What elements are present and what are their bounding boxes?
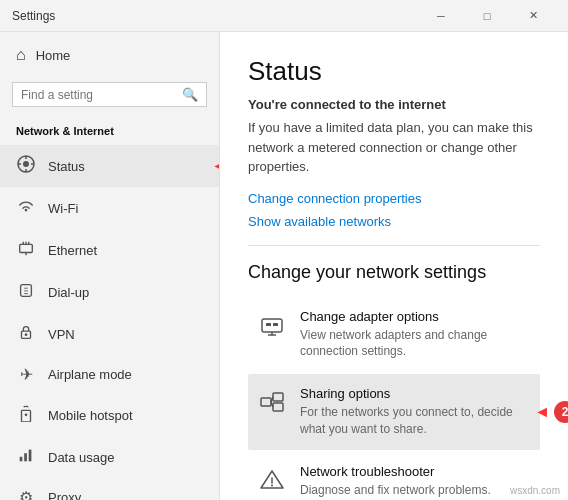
sidebar-item-ethernet[interactable]: Ethernet <box>0 229 219 271</box>
vpn-icon <box>16 323 36 345</box>
troubleshooter-title: Network troubleshooter <box>300 464 491 479</box>
sharing-option[interactable]: Sharing options For the networks you con… <box>248 374 540 450</box>
arrow-annotation-1: ◄ <box>211 157 220 175</box>
adapter-option[interactable]: Change adapter options View network adap… <box>248 297 540 373</box>
proxy-icon: ⚙ <box>16 488 36 500</box>
search-box[interactable]: 🔍 <box>12 82 207 107</box>
sidebar-item-label-airplane: Airplane mode <box>48 367 132 382</box>
sidebar-item-hotspot[interactable]: Mobile hotspot <box>0 394 219 436</box>
svg-rect-20 <box>24 453 27 461</box>
sidebar-item-label-proxy: Proxy <box>48 490 81 500</box>
section-title: Network & Internet <box>0 119 219 145</box>
app-title: Settings <box>12 9 55 23</box>
change-network-title: Change your network settings <box>248 262 540 283</box>
home-label: Home <box>36 48 71 63</box>
sidebar-item-label-dialup: Dial-up <box>48 285 89 300</box>
home-button[interactable]: ⌂ Home <box>0 32 219 78</box>
maximize-button[interactable]: □ <box>464 0 510 32</box>
sidebar-item-status[interactable]: Status ◄ 1 <box>0 145 219 187</box>
svg-rect-19 <box>20 457 23 462</box>
annotation-badge-2: 2 <box>554 401 568 423</box>
sharing-icon <box>258 388 286 438</box>
sidebar-item-label-wifi: Wi-Fi <box>48 201 78 216</box>
svg-point-33 <box>271 484 273 486</box>
show-networks-link[interactable]: Show available networks <box>248 214 540 229</box>
svg-rect-29 <box>273 403 283 411</box>
sidebar-item-label-status: Status <box>48 159 85 174</box>
sidebar-item-wifi[interactable]: Wi-Fi <box>0 187 219 229</box>
adapter-desc: View network adapters and change connect… <box>300 327 530 361</box>
status-icon <box>16 155 36 177</box>
svg-rect-28 <box>273 393 283 401</box>
svg-rect-23 <box>266 323 271 326</box>
watermark: wsxdn.com <box>510 485 560 496</box>
svg-rect-24 <box>273 323 278 326</box>
troubleshooter-option[interactable]: Network troubleshooter Diagnose and fix … <box>248 452 540 500</box>
sidebar-item-label-data: Data usage <box>48 450 115 465</box>
home-icon: ⌂ <box>16 46 26 64</box>
sharing-content: Sharing options For the networks you con… <box>300 386 530 438</box>
adapter-icon <box>258 311 286 361</box>
sidebar-item-label-hotspot: Mobile hotspot <box>48 408 133 423</box>
dialup-icon <box>16 281 36 303</box>
adapter-content: Change adapter options View network adap… <box>300 309 530 361</box>
section-divider <box>248 245 540 246</box>
minimize-button[interactable]: ─ <box>418 0 464 32</box>
troubleshooter-icon <box>258 466 286 500</box>
svg-point-18 <box>25 413 28 416</box>
svg-rect-6 <box>20 244 33 252</box>
adapter-title: Change adapter options <box>300 309 530 324</box>
sidebar-item-proxy[interactable]: ⚙ Proxy <box>0 478 219 500</box>
sidebar-item-vpn[interactable]: VPN <box>0 313 219 355</box>
hotspot-icon <box>16 404 36 426</box>
troubleshooter-content: Network troubleshooter Diagnose and fix … <box>300 464 491 500</box>
main-content: Status You're connected to the internet … <box>220 32 568 500</box>
sidebar: ⌂ Home 🔍 Network & Internet Status <box>0 32 220 500</box>
svg-point-16 <box>25 333 28 336</box>
change-connection-link[interactable]: Change connection properties <box>248 191 540 206</box>
sidebar-item-airplane[interactable]: ✈ Airplane mode <box>0 355 219 394</box>
troubleshooter-desc: Diagnose and fix network problems. <box>300 482 491 499</box>
arrow-annotation-2: ◄ <box>534 403 550 421</box>
page-title: Status <box>248 56 540 87</box>
ethernet-icon <box>16 239 36 261</box>
search-icon: 🔍 <box>182 87 198 102</box>
sharing-desc: For the networks you connect to, decide … <box>300 404 530 438</box>
wifi-icon <box>16 197 36 219</box>
airplane-icon: ✈ <box>16 365 36 384</box>
sidebar-item-label-ethernet: Ethernet <box>48 243 97 258</box>
search-input[interactable] <box>21 88 176 102</box>
sidebar-item-dialup[interactable]: Dial-up <box>0 271 219 313</box>
window-controls: ─ □ ✕ <box>418 0 556 32</box>
svg-rect-22 <box>262 319 282 332</box>
svg-point-1 <box>23 161 29 167</box>
data-icon <box>16 446 36 468</box>
sidebar-item-data[interactable]: Data usage <box>0 436 219 478</box>
info-text: If you have a limited data plan, you can… <box>248 118 540 177</box>
app-body: ⌂ Home 🔍 Network & Internet Status <box>0 32 568 500</box>
sidebar-item-label-vpn: VPN <box>48 327 75 342</box>
titlebar: Settings ─ □ ✕ <box>0 0 568 32</box>
sharing-title: Sharing options <box>300 386 530 401</box>
close-button[interactable]: ✕ <box>510 0 556 32</box>
svg-rect-27 <box>261 398 271 406</box>
connected-text: You're connected to the internet <box>248 97 540 112</box>
svg-rect-21 <box>29 450 32 462</box>
